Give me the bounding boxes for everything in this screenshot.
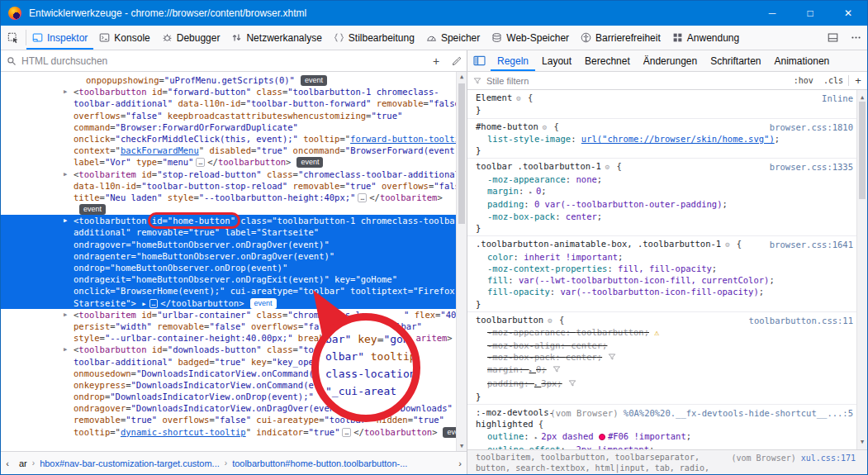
rule-source-link[interactable]: toolbarbutton.css:11: [749, 315, 853, 326]
markup-line[interactable]: ▶<toolbaritem id="stop-reload-button" cl…: [1, 169, 467, 180]
markup-line[interactable]: command="Browser:ForwardOrForwardDuplica…: [1, 121, 467, 133]
eyedropper-icon[interactable]: [447, 50, 467, 71]
filter-overridden-icon[interactable]: [608, 352, 616, 363]
toggle-classes-button[interactable]: .cls: [818, 76, 848, 85]
tab-anwendung[interactable]: Anwendung: [666, 26, 745, 50]
breadcrumb-item[interactable]: ar: [14, 458, 32, 468]
breadcrumb-item[interactable]: toolbarbutton#home-button.toolbarbutton-…: [227, 458, 412, 468]
sidebar-tab-regeln[interactable]: Regeln: [491, 50, 535, 71]
property-name[interactable]: -moz-context-properties: [487, 264, 607, 273]
rule-selector-line[interactable]: toolbar .toolbarbutton-1⚙ {browser.css:1…: [467, 160, 867, 173]
tab-inspektor[interactable]: Inspektor: [26, 26, 93, 50]
css-declaration[interactable]: -moz-box-pack: center;: [467, 211, 867, 222]
idref-link[interactable]: forward-button-tooltip: [350, 134, 465, 144]
markup-line[interactable]: overflows="false" keepbroadcastattribute…: [1, 110, 467, 121]
property-name[interactable]: -moz-appearance: [487, 174, 566, 184]
markup-line[interactable]: tooltip="dynamic-shortcut-tooltip" indic…: [1, 426, 467, 438]
rule-source-link[interactable]: Inline: [822, 93, 853, 104]
markup-line[interactable]: ondrop="homeButtonObserver.onDrop(event)…: [1, 262, 467, 273]
markup-line[interactable]: ondragover="homeButtonObserver.onDragOve…: [1, 239, 467, 250]
property-name[interactable]: margin: [487, 186, 519, 196]
collapsed-ellipsis[interactable]: …: [358, 193, 367, 202]
tab-netzwerkanalyse[interactable]: Netzwerkanalyse: [225, 26, 327, 50]
rule-source-link[interactable]: browser.css:1641: [770, 239, 853, 250]
meatball-menu-icon[interactable]: [844, 26, 867, 50]
css-declaration[interactable]: padding: ▸ 3px;: [467, 378, 867, 391]
breadcrumb-scroll-right-icon[interactable]: ›: [453, 458, 467, 468]
markup-line[interactable]: data-l10n-id="toolbar-button-stop-reload…: [1, 180, 467, 192]
sidebar-tab-aenderungen[interactable]: Änderungen: [637, 50, 704, 71]
value-expander-icon[interactable]: ▸: [529, 189, 536, 196]
html-search-bar[interactable]: HTML durchsuchen +: [1, 50, 467, 72]
markup-line[interactable]: onpopupshowing="uProfMenu.getScripts(0)"…: [1, 74, 467, 86]
scrollbar-thumb[interactable]: [859, 102, 866, 199]
css-declaration[interactable]: -moz-box-pack: center;: [467, 351, 867, 363]
rule-selector[interactable]: toolbarbutton: [476, 315, 543, 325]
rule-selector[interactable]: .toolbarbutton-animatable-box, .toolbarb…: [476, 239, 721, 249]
toggle-pseudo-classes-button[interactable]: :hov: [789, 76, 818, 85]
property-name[interactable]: padding: [487, 378, 524, 388]
property-name[interactable]: outline: [487, 431, 524, 441]
collapsed-ellipsis[interactable]: …: [196, 158, 205, 167]
search-input[interactable]: HTML durchsuchen: [21, 55, 425, 67]
css-declaration[interactable]: fill: var(--lwt-toolbarbutton-icon-fill,…: [467, 274, 867, 286]
css-declaration[interactable]: fill-opacity: var(--toolbarbutton-icon-f…: [467, 286, 867, 297]
rule-selector-line[interactable]: :-moz-devtools-(vom Browser) %0A%20%20._…: [467, 406, 867, 418]
css-declaration[interactable]: -moz-box-align: center;: [467, 340, 867, 351]
property-name[interactable]: -moz-appearance: [487, 327, 566, 337]
color-swatch[interactable]: [599, 434, 605, 440]
value-link[interactable]: url("chrome://browser/skin/home.svg"): [581, 134, 775, 144]
css-declaration[interactable]: color: inherit !important;: [467, 251, 867, 263]
rule-selector-line[interactable]: toolbarbutton⚙ {toolbarbutton.css:11: [467, 314, 867, 326]
markup-scrollbar[interactable]: ▲ ▼: [456, 72, 467, 451]
markup-line[interactable]: removable="true" overflows="false" cui-a…: [1, 414, 467, 425]
add-node-button[interactable]: +: [426, 50, 446, 71]
expand-arrow-icon[interactable]: ▶: [64, 215, 67, 226]
rules-scrollbar[interactable]: ▲ ▼: [856, 90, 867, 449]
split-console-icon[interactable]: [821, 26, 844, 50]
tab-webspeicher[interactable]: Web-Speicher: [486, 26, 575, 50]
sidebar-tab-berechnet[interactable]: Berechnet: [578, 50, 637, 71]
event-badge[interactable]: event: [79, 204, 106, 215]
property-name[interactable]: fill: [487, 275, 508, 285]
rules-view[interactable]: Element⚙ {Inline}#home-button⚙ {browser.…: [467, 90, 867, 449]
titlebar[interactable]: Entwicklerwerkzeuge - chrome://browser/c…: [1, 1, 867, 26]
collapsed-ellipsis[interactable]: …: [342, 428, 351, 437]
property-name[interactable]: list-style-image: [487, 134, 571, 144]
scroll-down-icon[interactable]: ▼: [457, 443, 467, 449]
three-pane-toggle-icon[interactable]: [467, 50, 491, 71]
css-declaration[interactable]: -moz-appearance: toolbarbutton;⚠: [467, 326, 867, 339]
markup-line[interactable]: Startseite"> ▸…</toolbarbutton>event: [1, 297, 467, 309]
css-declaration[interactable]: list-style-image: url("chrome://browser/…: [467, 133, 867, 145]
css-declaration[interactable]: margin: ▸ 0;: [467, 363, 867, 377]
markup-line[interactable]: ondragexit="homeButtonObserver.onDragExi…: [1, 273, 467, 285]
markup-line[interactable]: label="Vor" type="menu"…</toolbarbutton>…: [1, 156, 467, 168]
css-declaration[interactable]: padding: 0 var(--toolbarbutton-outer-pad…: [467, 198, 867, 210]
rule-source-link[interactable]: browser.css:1335: [770, 161, 853, 173]
rule-selector[interactable]: :-moz-devtools-: [476, 407, 554, 417]
idref-link[interactable]: backForwardMenu: [121, 145, 199, 155]
scrollbar-thumb[interactable]: [458, 83, 465, 224]
css-declaration[interactable]: margin: ▸ 0;: [467, 185, 867, 198]
rule-selector-line[interactable]: #home-button⚙ {browser.css:1810: [467, 121, 867, 133]
idref-link[interactable]: dynamic-shortcut-tooltip: [121, 427, 246, 437]
close-button[interactable]: ✕: [829, 1, 867, 26]
property-name[interactable]: -moz-box-pack: [487, 352, 555, 362]
expand-arrow-icon[interactable]: ▶: [64, 309, 67, 321]
add-rule-button[interactable]: +: [849, 74, 867, 87]
breadcrumb-item[interactable]: hbox#nav-bar-customization-target.custom…: [35, 458, 225, 468]
sidebar-tab-schriftarten[interactable]: Schriftarten: [704, 50, 767, 71]
maximize-button[interactable]: □: [791, 1, 829, 26]
sidebar-tab-layout[interactable]: Layout: [535, 50, 578, 71]
collapsed-ellipsis[interactable]: …: [149, 299, 159, 308]
rule-selector[interactable]: Element: [476, 93, 512, 102]
expand-arrow-icon[interactable]: ▶: [64, 86, 67, 97]
rule-source-link[interactable]: browser.css:1810: [770, 121, 853, 133]
rule-selector-line[interactable]: .toolbarbutton-animatable-box, .toolbarb…: [467, 238, 867, 250]
property-name[interactable]: padding: [487, 199, 524, 209]
css-declaration[interactable]: outline: ▸ 2px dashed #F06 !important;: [467, 430, 867, 444]
expand-arrow-icon[interactable]: ▶: [64, 169, 67, 180]
sidebar-tab-animationen[interactable]: Animationen: [768, 50, 837, 71]
markup-line[interactable]: additional" removable="true" label="Star…: [1, 226, 467, 238]
event-badge[interactable]: event: [301, 75, 327, 86]
